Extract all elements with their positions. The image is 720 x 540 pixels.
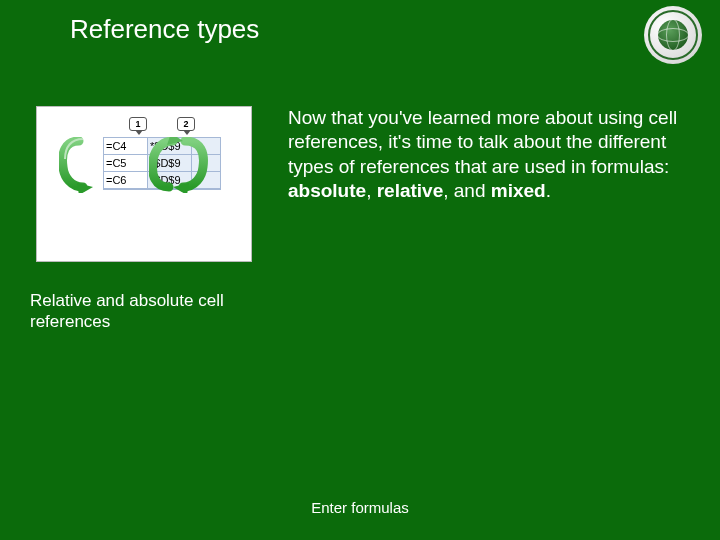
formula-figure: 1 2 =C4 *$D$9 =C5 *$D$9 — [36, 106, 252, 262]
sep: , and — [443, 180, 491, 201]
formula-grid: =C4 *$D$9 =C5 *$D$9 =C6 *$D$9 — [103, 137, 221, 190]
cell-empty — [192, 172, 220, 189]
table-row: =C5 *$D$9 — [104, 155, 220, 172]
institute-logo — [644, 6, 702, 64]
body-paragraph: Now that you've learned more about using… — [288, 106, 688, 203]
sep: . — [546, 180, 551, 201]
logo-seal — [644, 6, 702, 64]
table-row: =C6 *$D$9 — [104, 172, 220, 189]
body-intro: Now that you've learned more about using… — [288, 107, 677, 177]
cell-absolute: *$D$9 — [148, 155, 192, 172]
slide-title: Reference types — [70, 14, 259, 45]
figure-grid-wrap: 1 2 =C4 *$D$9 =C5 *$D$9 — [67, 137, 237, 243]
svg-marker-0 — [77, 183, 93, 193]
figure-caption: Relative and absolute cell references — [30, 290, 260, 333]
table-row: =C4 *$D$9 — [104, 138, 220, 155]
bold-relative: relative — [377, 180, 444, 201]
cell-relative: =C6 — [104, 172, 148, 189]
callout-2: 2 — [177, 117, 195, 131]
bold-mixed: mixed — [491, 180, 546, 201]
callout-1: 1 — [129, 117, 147, 131]
cell-absolute: *$D$9 — [148, 138, 192, 155]
cell-relative: =C5 — [104, 155, 148, 172]
cell-empty — [192, 155, 220, 172]
cell-relative: =C4 — [104, 138, 148, 155]
footer-text: Enter formulas — [0, 499, 720, 516]
cell-absolute: *$D$9 — [148, 172, 192, 189]
relative-arrows-icon — [59, 137, 103, 193]
figure-callouts: 1 2 — [129, 117, 195, 131]
bold-absolute: absolute — [288, 180, 366, 201]
globe-icon — [658, 20, 688, 50]
cell-empty — [192, 138, 220, 155]
sep: , — [366, 180, 377, 201]
